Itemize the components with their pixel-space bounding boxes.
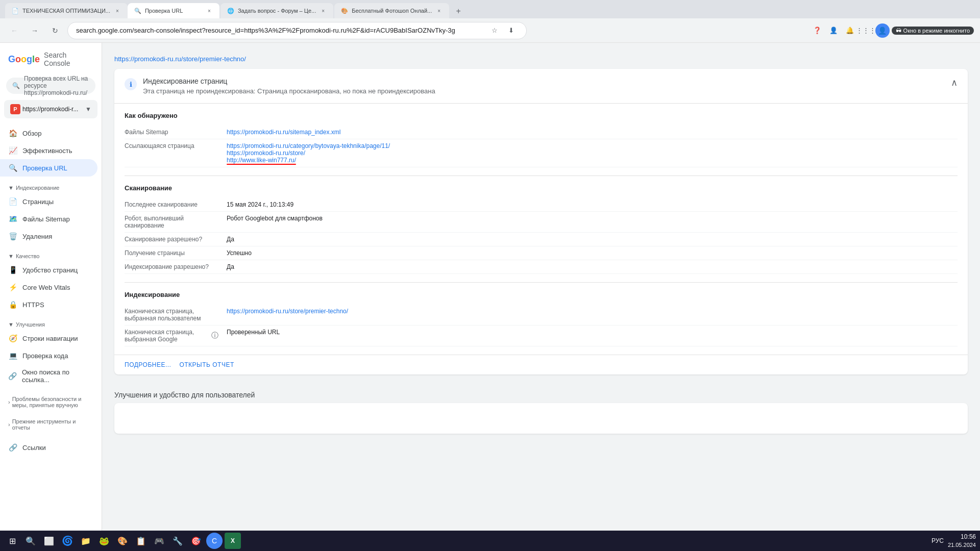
tab-1[interactable]: 📄 ТЕХНИЧЕСКАЯ ОПТИМИЗАЦИ... × [5,3,128,18]
address-bar-row: ← → ↻ search.google.com/search-console/i… [0,18,980,43]
profile-icon[interactable]: 👤 [826,23,841,38]
tab-3[interactable]: 🌐 Задать вопрос - Форум – Це... × [220,3,333,18]
sidebar-item-https[interactable]: 🔒 HTTPS [0,296,97,313]
nav-legacy-section: › Прежние инструменты и отчеты [0,412,102,435]
indexing-card-collapse[interactable]: ∧ [951,77,958,88]
address-text: search.google.com/search-console/inspect… [76,27,487,34]
sidebar-item-sitelinks[interactable]: 🔗 Окно поиска по ссылка... [0,364,97,388]
tab-4-title: Бесплатный Фотошоп Онлай... [352,8,432,14]
address-bar[interactable]: search.google.com/search-console/inspect… [67,22,527,39]
nav-section-indexing-header[interactable]: ▼ Индексирование [0,181,102,193]
referring-link-3[interactable]: http://www.like-win777.ru/ [227,157,296,164]
refresh-button[interactable]: ↻ [47,22,63,39]
referring-page-values: https://promokodi-ru.ru/category/bytovay… [227,142,958,164]
nav-security-section: › Проблемы безопасности и меры, принятые… [0,390,102,412]
taskbar-app-8[interactable]: 🎯 [188,533,204,549]
referring-link-1[interactable]: https://promokodi-ru.ru/category/bytovay… [227,142,390,149]
indexing-card-header[interactable]: ℹ Индексирование страниц Эта страница не… [114,69,968,104]
referring-link-3-wrapper: http://www.like-win777.ru/ [227,157,296,164]
sidebar-item-code-check[interactable]: 💻 Проверка кода [0,347,97,364]
code-check-icon: 💻 [8,351,17,360]
user-avatar[interactable]: 👤 [875,23,890,38]
taskbar-app-3[interactable]: 🐸 [96,533,112,549]
canonical-user-link[interactable]: https://promokodi-ru.ru/store/premier-te… [227,308,348,315]
search-taskbar-button[interactable]: 🔍 [22,533,39,549]
found-info-table: Файлы Sitemap https://promokodi-ru.ru/si… [125,126,958,167]
crawl-allowed-row: Сканирование разрешено? Да [125,233,958,246]
more-details-link[interactable]: ПОДРОБНЕЕ... [125,361,171,368]
nav-section-legacy-title: Прежние инструменты и отчеты [12,418,93,431]
tab-1-close[interactable]: × [113,7,121,15]
nav-section-quality-header[interactable]: ▼ Качество [0,249,102,261]
indexing-allowed-label: Индексирование разрешено? [125,263,227,270]
canonical-google-row: Каноническая страница, выбранная Google … [125,325,958,346]
nav-section-improvements-header[interactable]: ▼ Улучшения [0,317,102,330]
incognito-label: Окно в режиме инкогнито [903,28,970,34]
start-button[interactable]: ⊞ [4,533,20,549]
referring-page-label: Ссылающаяся страница [125,142,227,164]
forward-button[interactable]: → [27,22,43,39]
tab-1-favicon: 📄 [11,7,19,15]
crawling-info-table: Последнее сканирование 15 мая 2024 г., 1… [125,198,958,274]
sidebar-item-links[interactable]: 🔗 Ссылки [0,439,97,456]
sidebar-item-usability[interactable]: 📱 Удобство страниц [0,261,97,279]
taskbar-app-6[interactable]: 🎮 [151,533,167,549]
sidebar-item-sitemap[interactable]: 🗺️ Файлы Sitemap [0,210,97,228]
explorer-taskbar[interactable]: 📁 [78,533,94,549]
tab-4-close[interactable]: × [435,7,443,15]
new-tab-button[interactable]: + [451,4,465,18]
home-icon: 🏠 [8,129,17,138]
bookmark-icon[interactable]: ☆ [487,23,502,38]
browser-content: Google Search Console 🔍 Проверка всех UR… [0,43,980,531]
title-bar: 📄 ТЕХНИЧЕСКАЯ ОПТИМИЗАЦИ... × 🔍 Проверка… [0,0,980,18]
gsc-logo: Google Search Console [0,51,102,78]
sidebar-item-breadcrumbs[interactable]: 🧭 Строки навигации [0,330,97,347]
breadcrumbs-icon: 🧭 [8,334,17,343]
performance-icon: 📈 [8,146,17,155]
nav-section-indexing-title: Индексирование [16,185,60,191]
taskbar-left: ⊞ 🔍 ⬜ 🌀 📁 🐸 🎨 📋 🎮 🔧 🎯 C X [4,533,241,549]
edge-taskbar[interactable]: 🌀 [59,533,76,549]
sidebar-item-sitemap-label: Файлы Sitemap [22,215,70,223]
nav-improvements-section: ▼ Улучшения 🧭 Строки навигации 💻 Проверк… [0,315,102,390]
sidebar-item-overview[interactable]: 🏠 Обзор [0,124,97,142]
sitemap-link[interactable]: https://promokodi-ru.ru/sitemap_index.xm… [227,129,340,136]
indexing-info-icon: ℹ [125,78,137,90]
indexing-card-footer: ПОДРОБНЕЕ... ОТКРЫТЬ ОТЧЕТ [114,355,968,374]
referring-link-2[interactable]: https://promokodi-ru.ru/store/ [227,149,305,157]
canonical-google-info-icon[interactable]: ⓘ [211,331,218,340]
open-report-link[interactable]: ОТКРЫТЬ ОТЧЕТ [179,361,234,368]
apps-icon[interactable]: ⋮⋮⋮ [859,23,873,38]
nav-quality-section: ▼ Качество 📱 Удобство страниц ⚡ Core Web… [0,247,102,315]
taskbar-app-4[interactable]: 🎨 [114,533,131,549]
tab-2[interactable]: 🔍 Проверка URL × [128,3,219,18]
excel-taskbar[interactable]: X [225,533,241,549]
sidebar-search[interactable]: 🔍 Проверка всех URL на ресурсе https://p… [0,78,102,100]
sidebar-item-pages[interactable]: 📄 Страницы [0,193,97,210]
gsc-sidebar: Google Search Console 🔍 Проверка всех UR… [0,43,102,531]
nav-section-legacy-header[interactable]: › Прежние инструменты и отчеты [0,414,102,433]
download-icon[interactable]: ⬇ [504,23,518,38]
help-icon[interactable]: ❓ [810,23,824,38]
nav-section-security-header[interactable]: › Проблемы безопасности и меры, принятые… [0,392,102,410]
taskbar-app-5[interactable]: 📋 [133,533,149,549]
canonical-user-row: Каноническая страница, выбранная пользов… [125,305,958,325]
sidebar-item-removals[interactable]: 🗑️ Удаления [0,228,97,245]
notification-icon[interactable]: 🔔 [843,23,857,38]
sidebar-item-performance[interactable]: 📈 Эффективность [0,142,97,159]
crawl-bot-value: Робот Googlebot для смартфонов [227,215,958,229]
gsc-main-content: https://promokodi-ru.ru/store/premier-te… [102,43,980,531]
task-view-button[interactable]: ⬜ [41,533,57,549]
sidebar-item-url-inspection[interactable]: 🔍 Проверка URL [0,159,97,177]
sidebar-item-overview-label: Обзор [22,130,42,137]
page-fetch-value: Успешно [227,249,958,257]
tab-2-title: Проверка URL [145,8,202,14]
taskbar-app-7[interactable]: 🔧 [169,533,186,549]
back-button[interactable]: ← [6,22,22,39]
sidebar-item-cwv[interactable]: ⚡ Core Web Vitals [0,279,97,296]
tab-4[interactable]: 🎨 Бесплатный Фотошоп Онлай... × [334,3,449,18]
property-selector[interactable]: P https://promokodi-r... ▼ [4,100,97,118]
chrome-taskbar[interactable]: C [206,533,223,549]
tab-2-close[interactable]: × [205,7,213,15]
tab-3-close[interactable]: × [319,7,327,15]
